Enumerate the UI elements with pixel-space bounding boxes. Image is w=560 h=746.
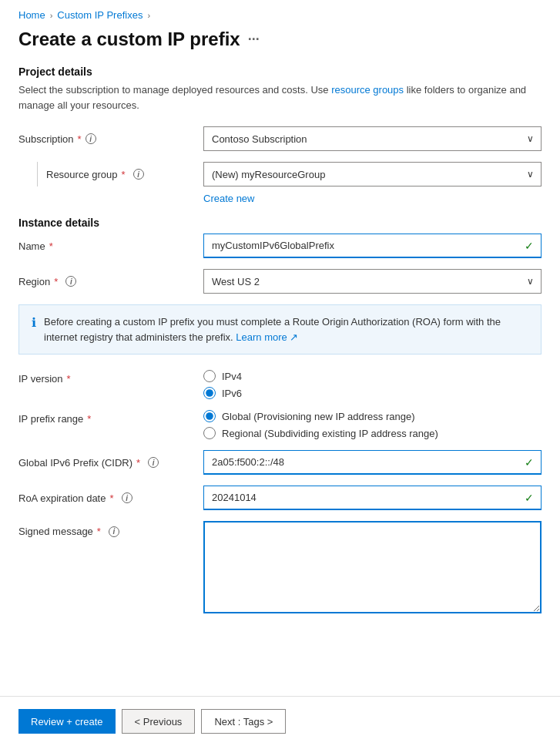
signed-message-info-icon[interactable]: i	[109, 526, 119, 537]
region-select-wrapper: West US 2 ∨	[203, 269, 542, 294]
resource-group-required: *	[122, 169, 126, 180]
breadcrumb-sep-2: ›	[147, 11, 150, 20]
breadcrumb-sep-1: ›	[50, 11, 53, 20]
ipv6-radio-item[interactable]: IPv6	[203, 387, 542, 399]
instance-details-section: Instance details Name * ✓ Region * i	[18, 217, 542, 294]
info-banner: ℹ Before creating a custom IP prefix you…	[18, 304, 542, 355]
ipv6-label: IPv6	[222, 388, 242, 399]
roa-info-icon[interactable]: i	[122, 492, 132, 503]
breadcrumb-home[interactable]: Home	[18, 9, 45, 21]
subscription-row: Subscription * i Contoso Subscription ∨	[18, 126, 542, 151]
roa-input[interactable]	[203, 486, 542, 510]
breadcrumb: Home › Custom IP Prefixes ›	[18, 9, 542, 21]
name-control: ✓	[203, 234, 542, 258]
subscription-select[interactable]: Contoso Subscription	[203, 126, 542, 151]
signed-message-row: Signed message * i	[18, 521, 542, 616]
name-label: Name *	[18, 240, 203, 252]
ipv4-radio[interactable]	[203, 370, 216, 382]
global-label: Global (Provisioning new IP address rang…	[222, 411, 415, 422]
global-radio-item[interactable]: Global (Provisioning new IP address rang…	[203, 410, 542, 422]
info-banner-icon: ℹ	[32, 315, 36, 330]
project-details-section: Project details Select the subscription …	[18, 66, 542, 204]
project-details-title: Project details	[18, 66, 542, 78]
ip-version-required: *	[67, 373, 71, 385]
ip-version-radio-group: IPv4 IPv6	[203, 370, 542, 399]
region-select[interactable]: West US 2	[203, 269, 542, 294]
ip-prefix-range-control: Global (Provisioning new IP address rang…	[203, 410, 542, 439]
subscription-required: *	[78, 133, 82, 145]
instance-details-title: Instance details	[18, 217, 542, 229]
cidr-label: Global IPv6 Prefix (CIDR) * i	[18, 457, 203, 469]
ip-prefix-range-label: IP prefix range *	[18, 410, 203, 425]
footer-buttons: Review + create < Previous Next : Tags >	[0, 696, 560, 746]
resource-group-label: Resource group * i	[18, 162, 203, 186]
name-input-wrapper: ✓	[203, 234, 542, 258]
regional-label: Regional (Subdividing existing IP addres…	[222, 428, 438, 439]
cidr-required: *	[136, 457, 140, 469]
subscription-label: Subscription * i	[18, 133, 203, 145]
roa-label: RoA expiration date * i	[18, 492, 203, 504]
info-banner-text: Before creating a custom IP prefix you m…	[44, 314, 528, 344]
resource-group-row: Resource group * i (New) myResourceGroup…	[18, 162, 542, 186]
roa-check-icon: ✓	[525, 492, 534, 504]
cidr-input-wrapper: ✓	[203, 450, 542, 475]
name-row: Name * ✓	[18, 234, 542, 258]
roa-control: ✓	[203, 486, 542, 510]
previous-button[interactable]: < Previous	[122, 709, 196, 734]
resource-group-select-wrapper: (New) myResourceGroup ∨	[203, 162, 542, 186]
name-input[interactable]	[203, 234, 542, 258]
ipv6-radio[interactable]	[203, 387, 216, 399]
region-row: Region * i West US 2 ∨	[18, 269, 542, 294]
resource-group-control: (New) myResourceGroup ∨	[203, 162, 542, 186]
name-required: *	[49, 240, 53, 252]
subscription-control: Contoso Subscription ∨	[203, 126, 542, 151]
ip-prefix-range-row: IP prefix range * Global (Provisioning n…	[18, 410, 542, 439]
learn-more-link[interactable]: Learn more ↗	[236, 331, 298, 343]
cidr-info-icon[interactable]: i	[148, 457, 159, 468]
page-title: Create a custom IP prefix	[18, 29, 240, 50]
region-control: West US 2 ∨	[203, 269, 542, 294]
roa-required: *	[109, 492, 113, 504]
breadcrumb-custom-ip[interactable]: Custom IP Prefixes	[57, 9, 143, 21]
next-button[interactable]: Next : Tags >	[201, 709, 286, 734]
ipv4-label: IPv4	[222, 371, 242, 382]
global-radio[interactable]	[203, 410, 216, 422]
page-title-container: Create a custom IP prefix ···	[18, 29, 542, 50]
cidr-check-icon: ✓	[525, 456, 534, 469]
region-required: *	[54, 276, 58, 287]
resource-group-info-icon[interactable]: i	[133, 169, 144, 180]
region-info-icon[interactable]: i	[65, 276, 76, 287]
name-check-icon: ✓	[525, 240, 534, 252]
project-details-desc: Select the subscription to manage deploy…	[18, 82, 542, 113]
regional-radio[interactable]	[203, 427, 216, 439]
cidr-input[interactable]	[203, 450, 542, 475]
ip-prefix-range-radio-group: Global (Provisioning new IP address rang…	[203, 410, 542, 439]
resource-group-select[interactable]: (New) myResourceGroup	[203, 162, 542, 186]
page-title-dots[interactable]: ···	[248, 32, 260, 48]
roa-row: RoA expiration date * i ✓	[18, 486, 542, 510]
region-label: Region * i	[18, 276, 203, 287]
subscription-info-icon[interactable]: i	[86, 133, 96, 144]
resource-groups-link[interactable]: resource groups	[331, 84, 404, 96]
ipv4-radio-item[interactable]: IPv4	[203, 370, 542, 382]
ip-version-label: IP version *	[18, 370, 203, 385]
review-create-button[interactable]: Review + create	[18, 709, 116, 734]
roa-input-wrapper: ✓	[203, 486, 542, 510]
signed-message-required: *	[97, 526, 101, 537]
create-new-link[interactable]: Create new	[203, 193, 254, 204]
subscription-select-wrapper: Contoso Subscription ∨	[203, 126, 542, 151]
ip-prefix-range-required: *	[87, 413, 91, 425]
cidr-row: Global IPv6 Prefix (CIDR) * i ✓	[18, 450, 542, 475]
signed-message-control	[203, 521, 542, 616]
ip-version-control: IPv4 IPv6	[203, 370, 542, 399]
regional-radio-item[interactable]: Regional (Subdividing existing IP addres…	[203, 427, 542, 439]
cidr-control: ✓	[203, 450, 542, 475]
ip-version-row: IP version * IPv4 IPv6	[18, 370, 542, 399]
signed-message-label: Signed message * i	[18, 521, 203, 537]
signed-message-textarea[interactable]	[203, 521, 542, 613]
